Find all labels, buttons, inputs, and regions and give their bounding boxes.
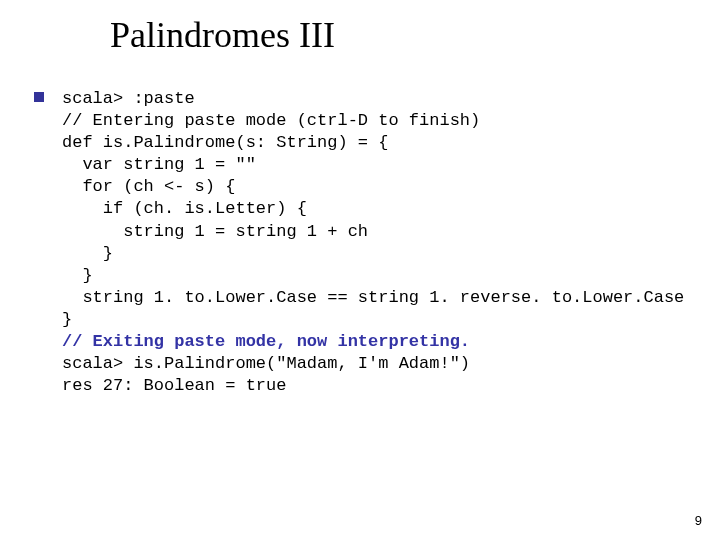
code-line: string 1 = string 1 + ch [62, 221, 690, 243]
code-line: scala> is.Palindrome("Madam, I'm Adam!") [62, 353, 690, 375]
code-line: } [62, 243, 690, 265]
code-line: var string 1 = "" [62, 154, 690, 176]
slide: Palindromes III scala> :paste // Enterin… [0, 0, 720, 540]
code-line: string 1. to.Lower.Case == string 1. rev… [62, 287, 690, 309]
bullet-icon [34, 92, 44, 102]
page-number: 9 [695, 513, 702, 528]
code-line: } [62, 309, 690, 331]
code-line: def is.Palindrome(s: String) = { [62, 132, 690, 154]
code-block: scala> :paste // Entering paste mode (ct… [62, 88, 690, 397]
code-line: // Entering paste mode (ctrl-D to finish… [62, 110, 690, 132]
code-line: res 27: Boolean = true [62, 375, 690, 397]
code-line: } [62, 265, 690, 287]
slide-title: Palindromes III [110, 14, 335, 56]
code-line: if (ch. is.Letter) { [62, 198, 690, 220]
code-line: // Exiting paste mode, now interpreting. [62, 331, 690, 353]
code-line: scala> :paste [62, 88, 690, 110]
code-line: for (ch <- s) { [62, 176, 690, 198]
